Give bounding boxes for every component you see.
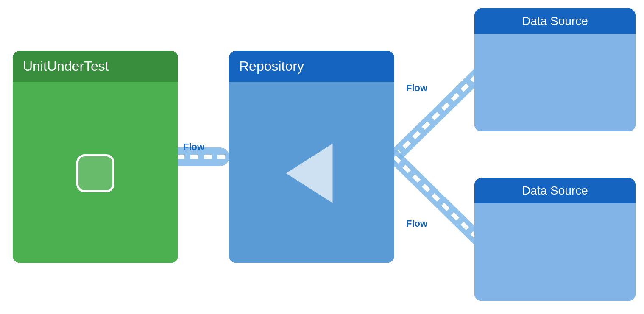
unit-under-test-box: UnitUnderTest — [13, 51, 178, 263]
repo-box-header: Repository — [229, 51, 394, 82]
repo-box-title: Repository — [239, 58, 304, 74]
datasource-box-top: Data Source — [474, 8, 636, 131]
unit-box-header: UnitUnderTest — [13, 51, 178, 82]
datasource-bottom-body — [474, 203, 636, 301]
repository-box: Repository — [229, 51, 394, 263]
diagram-container: UnitUnderTest Repository Data Source Dat… — [0, 0, 644, 314]
unit-box-body — [13, 82, 178, 263]
triangle-icon — [286, 144, 333, 203]
datasource-bottom-header: Data Source — [474, 178, 636, 203]
flow-label-bottom: Flow — [406, 218, 427, 229]
repo-box-body — [229, 82, 394, 263]
flow-label-center: Flow — [183, 142, 204, 153]
unit-icon — [76, 154, 114, 192]
datasource-top-title: Data Source — [522, 14, 588, 28]
datasource-box-bottom: Data Source — [474, 178, 636, 301]
datasource-bottom-title: Data Source — [522, 184, 588, 197]
datasource-top-body — [474, 34, 636, 131]
unit-box-title: UnitUnderTest — [23, 58, 109, 74]
flow-label-top: Flow — [406, 83, 427, 94]
datasource-top-header: Data Source — [474, 8, 636, 34]
bottom-flow-band — [394, 157, 483, 244]
bottom-dashed-line — [394, 157, 483, 244]
